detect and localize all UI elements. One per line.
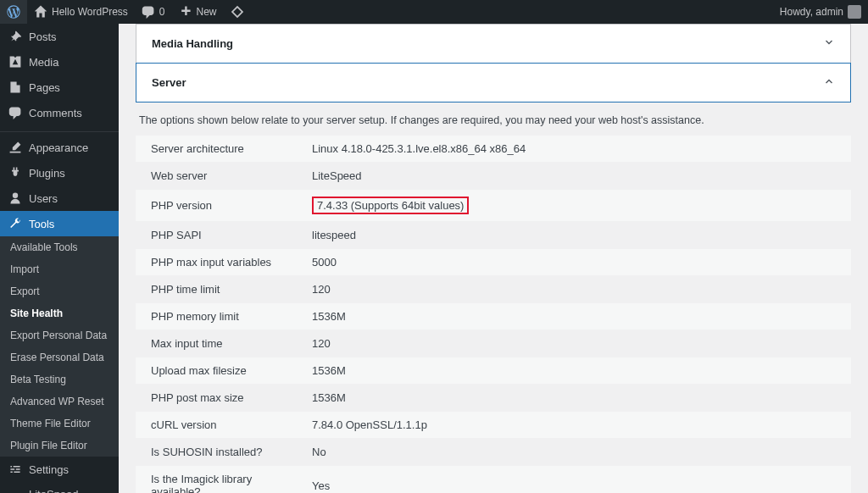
- menu-label: Appearance: [29, 141, 88, 154]
- panel-title: Server: [152, 76, 186, 89]
- avatar: [848, 5, 861, 19]
- user-icon: [8, 191, 22, 205]
- row-value: 7.4.33 (Supports 64bit values): [297, 190, 851, 222]
- table-row: PHP max input variables5000: [136, 249, 851, 276]
- submenu-item-export-personal-data[interactable]: Export Personal Data: [0, 324, 119, 346]
- menu-label: Plugins: [29, 167, 65, 180]
- submenu-item-import[interactable]: Import: [0, 258, 119, 280]
- home-icon: [34, 5, 47, 19]
- menu-item-pages[interactable]: Pages: [0, 75, 119, 100]
- plug-icon: [8, 166, 22, 180]
- panel-server: Server: [136, 63, 851, 102]
- table-row: PHP post max size1536M: [136, 385, 851, 412]
- row-label: cURL version: [136, 412, 297, 439]
- row-value: litespeed: [297, 222, 851, 249]
- submenu-item-export[interactable]: Export: [0, 280, 119, 302]
- admin-bar: Hello WordPress 0 New Howdy, admin: [0, 0, 868, 24]
- panel-header-media[interactable]: Media Handling: [136, 25, 850, 63]
- menu-item-comments[interactable]: Comments: [0, 100, 119, 125]
- howdy-text: Howdy, admin: [780, 6, 843, 18]
- sidebar: PostsMediaPagesComments AppearancePlugin…: [0, 24, 119, 493]
- plus-icon: [179, 5, 192, 19]
- row-label: PHP SAPI: [136, 222, 297, 249]
- table-row: PHP memory limit1536M: [136, 303, 851, 330]
- row-value: 7.84.0 OpenSSL/1.1.1p: [297, 412, 851, 439]
- menu-label: LiteSpeed Cache: [29, 488, 110, 493]
- server-help-text: The options shown below relate to your s…: [136, 102, 851, 135]
- row-label: Web server: [136, 163, 297, 190]
- table-row: Server architectureLinux 4.18.0-425.3.1.…: [136, 136, 851, 163]
- menu-label: Posts: [29, 30, 57, 43]
- panel-title: Media Handling: [152, 37, 233, 50]
- row-label: PHP time limit: [136, 276, 297, 303]
- highlighted-value: 7.4.33 (Supports 64bit values): [312, 197, 469, 214]
- row-label: PHP max input variables: [136, 249, 297, 276]
- new-content[interactable]: New: [172, 0, 224, 24]
- media-icon: [8, 55, 22, 69]
- howdy[interactable]: Howdy, admin: [773, 0, 868, 24]
- row-value: No: [297, 439, 851, 466]
- submenu-item-beta-testing[interactable]: Beta Testing: [0, 368, 119, 391]
- table-row: Max input time120: [136, 330, 851, 357]
- menu-label: Settings: [29, 463, 69, 476]
- litespeed-bar[interactable]: [224, 0, 251, 24]
- row-label: Server architecture: [136, 136, 297, 163]
- row-value: 5000: [297, 249, 851, 276]
- server-table: Server architectureLinux 4.18.0-425.3.1.…: [136, 135, 851, 493]
- row-label: PHP version: [136, 190, 297, 222]
- admin-bar-right: Howdy, admin: [773, 0, 868, 24]
- menu-item-appearance[interactable]: Appearance: [0, 135, 119, 160]
- menu-separator: [0, 128, 119, 132]
- table-row: cURL version7.84.0 OpenSSL/1.1.1p: [136, 412, 851, 439]
- menu-item-tools[interactable]: Tools: [0, 211, 119, 236]
- wordpress-icon: [7, 5, 20, 19]
- wp-logo[interactable]: [0, 0, 27, 24]
- comments-count: 0: [159, 6, 165, 18]
- panel-header-server[interactable]: Server: [136, 64, 850, 102]
- new-label: New: [197, 6, 217, 18]
- pages-icon: [8, 80, 22, 94]
- litespeed-icon: [231, 5, 244, 19]
- menu-item-plugins[interactable]: Plugins: [0, 160, 119, 186]
- wrench-icon: [8, 217, 22, 230]
- table-row: Web serverLiteSpeed: [136, 163, 851, 190]
- menu-item-users[interactable]: Users: [0, 186, 119, 211]
- comment-icon: [142, 5, 155, 19]
- chevron-up-icon: [823, 75, 835, 90]
- menu-label: Tools: [29, 218, 54, 230]
- row-label: Upload max filesize: [136, 357, 297, 385]
- row-value: 1536M: [297, 357, 851, 385]
- comments-bubble[interactable]: 0: [135, 0, 172, 24]
- submenu-item-advanced-wp-reset[interactable]: Advanced WP Reset: [0, 391, 119, 413]
- comments-icon: [8, 106, 22, 119]
- menu-label: Users: [29, 192, 58, 205]
- submenu-item-theme-file-editor[interactable]: Theme File Editor: [0, 413, 119, 435]
- table-row: Is the Imagick library available?Yes: [136, 466, 851, 494]
- menu-label: Pages: [29, 81, 60, 94]
- table-row: PHP version7.4.33 (Supports 64bit values…: [136, 190, 851, 222]
- menu-item-litespeed-cache[interactable]: LiteSpeed Cache: [0, 482, 119, 493]
- submenu-item-site-health[interactable]: Site Health: [0, 302, 119, 324]
- submenu-item-available-tools[interactable]: Available Tools: [0, 236, 119, 258]
- menu-item-posts[interactable]: Posts: [0, 24, 119, 49]
- table-row: PHP time limit120: [136, 276, 851, 303]
- row-value: 1536M: [297, 385, 851, 412]
- table-row: PHP SAPIlitespeed: [136, 222, 851, 249]
- submenu-item-erase-personal-data[interactable]: Erase Personal Data: [0, 346, 119, 368]
- menu-item-media[interactable]: Media: [0, 49, 119, 75]
- row-value: 120: [297, 330, 851, 357]
- submenu-item-plugin-file-editor[interactable]: Plugin File Editor: [0, 435, 119, 457]
- menu-item-settings[interactable]: Settings: [0, 457, 119, 482]
- row-label: Is SUHOSIN installed?: [136, 439, 297, 466]
- row-value: LiteSpeed: [297, 163, 851, 190]
- content: Media Handling Server The options shown …: [119, 24, 868, 493]
- row-value: 120: [297, 276, 851, 303]
- row-value: Linux 4.18.0-425.3.1.lve.el8.x86_64 x86_…: [297, 136, 851, 163]
- row-label: Max input time: [136, 330, 297, 357]
- site-home[interactable]: Hello WordPress: [27, 0, 135, 24]
- menu-label: Media: [29, 56, 58, 69]
- site-name: Hello WordPress: [52, 6, 128, 18]
- table-row: Is SUHOSIN installed?No: [136, 439, 851, 466]
- row-value: 1536M: [297, 303, 851, 330]
- row-value: Yes: [297, 466, 851, 494]
